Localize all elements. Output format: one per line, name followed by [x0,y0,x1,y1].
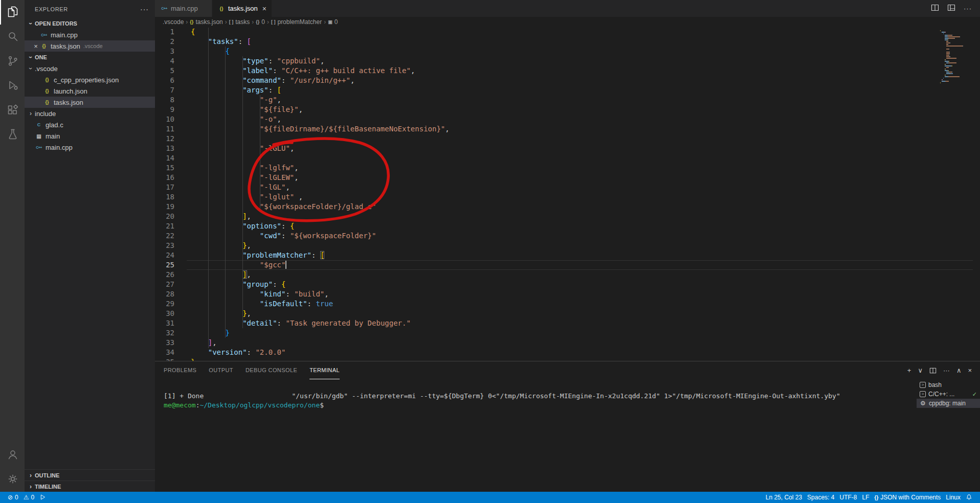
code-line-22[interactable]: "cwd": "${workspaceFolder}" [191,231,934,241]
activity-extensions-button[interactable] [0,98,25,123]
breadcrumb-item-problemmatcher[interactable]: [ ]problemMatcher [271,18,322,26]
status-spaces-4[interactable]: Spaces: 4 [805,492,837,503]
panel-tab-problems[interactable]: PROBLEMS [164,361,196,379]
tree-file-launch-json[interactable]: {}launch.json [25,85,155,97]
panel-tab-debug-console[interactable]: DEBUG CONSOLE [246,361,297,379]
status-linux[interactable]: Linux [943,492,963,503]
split-editor-icon[interactable] [931,4,939,13]
breadcrumb-item--vscode[interactable]: .vscode [163,18,184,26]
code-editor[interactable]: 1234567891011121314151617181920212223242… [155,27,980,361]
code-line-12[interactable] [191,134,934,144]
status-bell[interactable] [963,492,975,503]
breadcrumb-item-0[interactable]: ▣0 [328,18,338,26]
breadcrumb-item-tasks[interactable]: [ ]tasks [229,18,250,26]
code-line-34[interactable]: "version": "2.0.0" [191,348,934,357]
close-icon[interactable]: × [32,42,40,50]
plus-icon[interactable]: + [907,367,911,374]
code-line-23[interactable]: }, [191,241,934,250]
activity-run-debug-button[interactable] [0,74,25,98]
code-line-15[interactable]: "-lglfw", [191,163,934,173]
close-icon[interactable]: × [968,367,972,374]
code-line-17[interactable]: "-lGL", [191,182,934,192]
code-line-6[interactable]: "command": "/usr/bin/g++", [191,76,934,85]
code-line-3[interactable]: { [191,47,934,56]
panel-tab-terminal[interactable]: TERMINAL [309,361,340,379]
code-line-19[interactable]: "${workspaceFolder}/glad.c" [191,202,934,212]
tab-tasks-json[interactable]: {}tasks.json× [212,0,272,17]
chevron-down-icon: › [27,19,34,28]
more-icon[interactable]: ··· [964,5,972,12]
status-run[interactable] [37,492,49,503]
open-editors-section-header[interactable]: › OPEN EDITORS [25,18,155,29]
code-line-21[interactable]: "options": { [191,221,934,231]
activity-account-button[interactable] [0,443,25,467]
status-ln-25-col-23[interactable]: Ln 25, Col 23 [763,492,805,503]
activity-explorer-button[interactable] [0,0,25,25]
more-icon[interactable]: ··· [943,367,950,374]
activity-settings-button[interactable] [0,467,25,492]
code-line-11[interactable]: "${fileDirname}/${fileBasenameNoExtensio… [191,124,934,134]
terminal-output[interactable]: [1] + Done "/usr/bin/gdb" --interpreter=… [155,379,917,492]
tree-file-glad-c[interactable]: Cglad.c [25,119,155,130]
status-0[interactable]: ⚠0 [21,492,37,503]
breadcrumb-item-tasks-json[interactable]: {}tasks.json [190,18,222,26]
tree-folder--vscode[interactable]: ›.vscode [25,63,155,74]
code-line-29[interactable]: "isDefault": true [191,299,934,309]
close-icon[interactable]: × [262,5,266,13]
editor-code[interactable]: { "tasks": [ { "type": "cppbuild", "labe… [191,27,934,361]
chevron-down-icon[interactable]: ∨ [918,367,923,374]
open-editor-item[interactable]: ×{}tasks.json.vscode [25,40,155,52]
status-utf-8[interactable]: UTF-8 [837,492,859,503]
panel-tab-output[interactable]: OUTPUT [209,361,233,379]
terminal-session-c-c-[interactable]: >C/C++: ...✓ [917,390,980,399]
activity-source-control-button[interactable] [0,49,25,74]
workspace-section-header[interactable]: › ONE [25,52,155,63]
activity-search-button[interactable] [0,25,25,49]
code-line-10[interactable]: "-o", [191,115,934,124]
terminal-session-bash[interactable]: >bash [917,380,980,390]
code-line-5[interactable]: "label": "C/C++: g++ build active file", [191,66,934,76]
split-icon[interactable] [929,367,937,374]
tree-file-tasks-json[interactable]: {}tasks.json [25,97,155,108]
layout-icon[interactable] [947,4,955,13]
code-line-7[interactable]: "args": [ [191,85,934,95]
status-json-with-comments[interactable]: {}JSON with Comments [872,492,943,503]
code-line-1[interactable]: { [191,27,934,37]
tree-file-main[interactable]: ▤main [25,130,155,142]
code-line-25[interactable]: "$gcc" [191,260,934,270]
code-line-18[interactable]: "-lglut" , [191,192,934,202]
open-editor-item[interactable]: C++main.cpp [25,29,155,40]
code-line-20[interactable]: ], [191,212,934,221]
code-line-8[interactable]: "-g", [191,95,934,105]
terminal-session-cppdbg-main[interactable]: ⚙cppdbg: main [917,399,980,408]
code-line-32[interactable]: } [191,328,934,338]
activity-testing-button[interactable] [0,123,25,147]
timeline-section-header[interactable]: › TIMELINE [25,481,155,492]
minimap[interactable] [940,30,973,84]
code-line-35[interactable]: } [191,357,934,361]
editor-scrollbar[interactable] [973,27,980,361]
outline-section-header[interactable]: › OUTLINE [25,469,155,481]
code-line-16[interactable]: "-lGLEW", [191,173,934,182]
breadcrumb-item-0[interactable]: {}0 [256,18,265,26]
tree-file-c-cpp-properties-json[interactable]: {}c_cpp_properties.json [25,74,155,85]
code-line-4[interactable]: "type": "cppbuild", [191,56,934,66]
code-line-26[interactable]: ], [191,270,934,280]
code-line-30[interactable]: }, [191,309,934,318]
code-line-28[interactable]: "kind": "build", [191,289,934,299]
code-line-27[interactable]: "group": { [191,280,934,289]
status-lf[interactable]: LF [859,492,872,503]
code-line-24[interactable]: "problemMatcher": [ [191,250,934,260]
code-line-9[interactable]: "${file}", [191,105,934,115]
code-line-14[interactable] [191,153,934,163]
code-line-13[interactable]: "-lGLU", [191,144,934,153]
chevron-up-icon[interactable]: ∧ [956,367,962,374]
tree-file-main-cpp[interactable]: C++main.cpp [25,142,155,153]
code-line-33[interactable]: ], [191,338,934,348]
code-line-2[interactable]: "tasks": [ [191,37,934,47]
explorer-more-button[interactable]: ··· [140,5,149,13]
tree-folder-include[interactable]: ›include [25,108,155,119]
tab-main-cpp[interactable]: C++main.cpp× [155,0,212,17]
status-0[interactable]: ⊘0 [5,492,21,503]
code-line-31[interactable]: "detail": "Task generated by Debugger." [191,318,934,328]
